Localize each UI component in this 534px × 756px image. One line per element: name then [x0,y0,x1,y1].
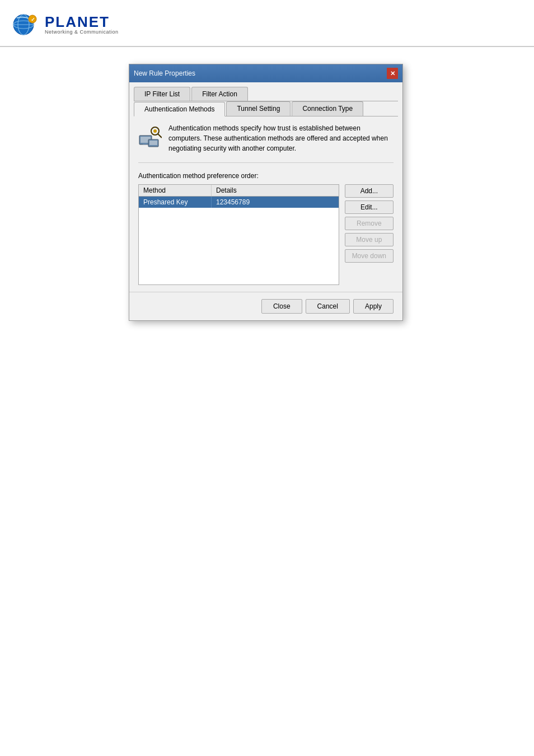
svg-text:✓: ✓ [31,17,35,22]
table-header: Method Details [139,185,339,197]
side-buttons: Add... Edit... Remove Move up Move down [345,184,394,285]
move-up-button[interactable]: Move up [345,233,394,246]
close-button[interactable]: Close [261,299,302,314]
planet-logo-icon: ✓ [11,10,40,39]
apply-button[interactable]: Apply [353,299,394,314]
row-details-value: 123456789 [212,197,339,208]
logo-company-name: PLANET [45,15,119,29]
auth-icon [138,125,162,149]
dialog-footer: Close Cancel Apply [129,292,402,320]
row-method-value: Preshared Key [139,197,212,208]
svg-rect-14 [149,141,157,145]
move-down-button[interactable]: Move down [345,249,394,263]
logo-text: PLANET Networking & Communication [45,15,119,35]
col-header-details: Details [212,185,339,196]
table-row[interactable]: Preshared Key 123456789 [139,197,339,208]
tabs-container: IP Filter List Filter Action Authenticat… [129,82,402,116]
dialog-close-button[interactable]: ✕ [387,68,398,79]
col-header-method: Method [139,185,212,196]
remove-button[interactable]: Remove [345,217,394,230]
tab-connection-type[interactable]: Connection Type [292,101,363,116]
logo: ✓ PLANET Networking & Communication [11,10,119,39]
method-table-container: Method Details Preshared Key 123456789 A… [138,184,394,285]
dialog-titlebar: New Rule Properties ✕ [129,64,402,82]
main-content: New Rule Properties ✕ IP Filter List Fil… [0,47,534,321]
tabs-row-1: IP Filter List Filter Action [134,87,398,101]
section-label: Authentication method preference order: [138,172,394,180]
tab-tunnel-setting[interactable]: Tunnel Setting [226,101,291,116]
svg-point-10 [153,129,157,133]
header: ✓ PLANET Networking & Communication [0,0,534,47]
tab-ip-filter-list[interactable]: IP Filter List [134,87,190,101]
edit-button[interactable]: Edit... [345,200,394,214]
dialog-body: Authentication methods specify how trust… [129,116,402,292]
method-table: Method Details Preshared Key 123456789 [138,184,339,285]
info-section: Authentication methods specify how trust… [138,123,394,163]
cancel-button[interactable]: Cancel [306,299,350,314]
tab-authentication-methods[interactable]: Authentication Methods [134,102,225,116]
tabs-row-2: Authentication Methods Tunnel Setting Co… [134,101,398,116]
info-description: Authentication methods specify how trust… [168,123,394,153]
add-button[interactable]: Add... [345,184,394,198]
logo-tagline: Networking & Communication [45,29,119,35]
new-rule-properties-dialog: New Rule Properties ✕ IP Filter List Fil… [129,64,403,321]
dialog-title: New Rule Properties [134,69,195,77]
tab-filter-action[interactable]: Filter Action [191,87,248,101]
svg-rect-8 [143,143,148,144]
